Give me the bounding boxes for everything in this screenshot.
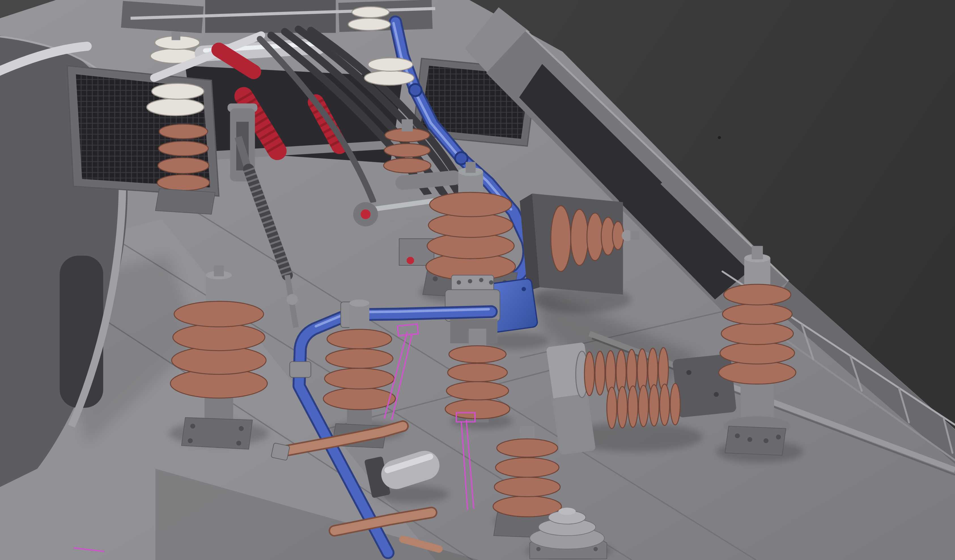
insulator-base-plate [156,189,215,214]
insulator-disc [721,323,794,344]
arm-red-cap [361,209,371,219]
bolt [747,437,752,442]
insulator-disc [159,124,208,139]
bolt [764,438,769,443]
arm-upper [403,178,454,182]
insulator-disc [158,158,209,174]
bellows-rib [584,352,594,396]
bellows-rib [660,384,670,425]
insulator-disc [551,206,571,271]
insulator-disc [720,342,795,364]
insulator-disc [323,388,396,410]
insulator-disc [327,329,391,349]
hull-dark-panel [60,256,103,408]
insulator-disc [147,99,204,116]
insulator-disc [587,213,603,261]
bolt [686,370,692,375]
bolt [735,433,740,438]
insulator-disc [445,399,510,419]
insulator-top-center[interactable] [384,128,431,173]
busbar-clamp [271,443,290,460]
insulator-base-plate[interactable] [725,426,786,455]
insulator-disc [324,368,394,389]
insulator-cap-stub [752,246,763,259]
pipe-collar [409,84,422,96]
insulator-disc [348,18,390,30]
bellows-rib [649,385,659,426]
insulator-disc [352,7,389,18]
bolt [236,441,241,446]
insulator-disc [722,303,792,324]
bellows-rib [628,386,638,427]
insulator-disc [368,58,413,71]
bolt [190,424,195,429]
insulator-cap [172,32,180,40]
insulator-disc [446,382,509,400]
bolt [433,277,438,281]
viewport-canvas[interactable] [0,0,955,560]
bellows-right-block [672,354,736,418]
insulator-disc [449,346,506,363]
insulator-cap-top [349,299,369,307]
bellows-rib [670,383,680,425]
insulator-disc [158,141,208,156]
insulator-disc [496,458,559,477]
bolt [479,278,483,282]
insulator-disc [494,477,560,497]
bolt [489,280,493,285]
bolt [188,438,193,443]
insulator-cap-stub [214,265,224,277]
insulator-right[interactable] [719,285,796,384]
insulator-disc [384,158,431,173]
dome-top [558,508,576,515]
u-joint [286,294,297,305]
bellows-rib [617,386,628,428]
insulator-disc [448,363,507,382]
insulator-disc [326,349,393,368]
insulator-disc [384,144,430,157]
bolt [457,280,461,285]
insulator-disc [365,70,414,85]
insulator-disc [157,175,210,191]
insulator-disc [174,301,263,327]
insulator-disc [152,83,204,99]
clamp-red-dot [407,257,414,264]
bolt [468,279,472,283]
insulator-disc [430,192,512,217]
insulator-disc [173,324,265,351]
bellows-rib [639,385,648,427]
bolt [536,547,540,551]
insulator-disc [571,209,588,265]
bolt [714,392,719,397]
scene-svg[interactable] [0,0,955,560]
bolt [776,435,781,440]
pipe-clamp [290,361,311,377]
insulator-cap [402,119,413,131]
insulator-tip-nut [631,232,639,240]
bellows-rib [607,387,617,429]
bolt [239,426,244,431]
bellows-rib [595,351,605,395]
dust-speck [718,136,721,139]
bolt [593,547,598,551]
insulator-base-plate [182,418,252,449]
insulator-cap-stub [466,162,476,173]
insulator-disc [724,285,791,305]
insulator-disc [497,439,558,457]
